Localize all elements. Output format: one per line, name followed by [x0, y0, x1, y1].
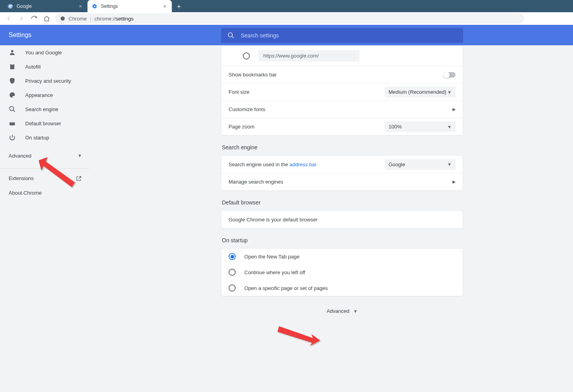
shield-icon — [9, 77, 16, 84]
manage-search-engines-row[interactable]: Manage search engines ▶ — [221, 173, 463, 190]
svg-rect-4 — [10, 64, 15, 69]
startup-option-label: Open the New Tab page — [244, 254, 300, 260]
bookmarks-bar-label: Show bookmarks bar — [229, 72, 277, 78]
reload-button[interactable] — [28, 13, 39, 24]
page-title: Settings — [9, 32, 32, 39]
back-button[interactable] — [3, 13, 14, 24]
sidebar-item-search-engine[interactable]: Search engine — [0, 102, 89, 116]
sidebar-item-label: On startup — [25, 135, 49, 141]
chevron-down-icon: ▼ — [447, 162, 452, 167]
forward-button[interactable] — [16, 13, 27, 24]
homepage-radio-row[interactable]: https://www.google.com/ — [221, 46, 463, 66]
power-icon — [9, 134, 16, 141]
startup-option-new-tab[interactable]: Open the New Tab page — [221, 249, 463, 264]
sidebar-item-on-startup[interactable]: On startup — [0, 130, 89, 145]
search-engine-select[interactable]: Google ▼ — [385, 159, 456, 170]
font-size-row: Font size Medium (Recommended) ▼ — [221, 83, 463, 100]
sidebar-item-label: Default browser — [25, 121, 61, 126]
advanced-expand-button[interactable]: Advanced ▼ — [221, 308, 463, 314]
site-info-icon — [60, 16, 65, 21]
startup-option-label: Open a specific page or set of pages — [244, 285, 328, 291]
sidebar-advanced-toggle[interactable]: Advanced ▼ — [0, 149, 89, 163]
svg-rect-8 — [9, 121, 15, 123]
tab-title: Settings — [101, 4, 162, 9]
sidebar-item-label: Autofill — [25, 64, 41, 70]
sidebar-advanced-label: Advanced — [9, 153, 32, 159]
page-zoom-row: Page zoom 100% ▼ — [221, 118, 463, 135]
sidebar-about-chrome[interactable]: About Chrome — [0, 186, 89, 200]
sidebar-item-label: Appearance — [25, 92, 53, 98]
customize-fonts-label: Customize fonts — [229, 106, 265, 112]
search-engine-card: Search engine used in the address bar Go… — [221, 155, 463, 191]
radio-icon[interactable] — [229, 284, 236, 292]
svg-rect-5 — [11, 64, 13, 65]
radio-icon[interactable] — [229, 253, 236, 260]
startup-option-specific-pages[interactable]: Open a specific page or set of pages — [221, 280, 463, 296]
on-startup-card: Open the New Tab page Continue where you… — [221, 248, 463, 296]
tab-title: Google — [17, 4, 77, 9]
search-engine-label: Search engine used in the address bar — [229, 162, 316, 167]
radio-icon[interactable] — [243, 52, 250, 59]
sidebar-item-label: You and Google — [25, 50, 62, 56]
settings-content: https://www.google.com/ Show bookmarks b… — [221, 45, 463, 314]
external-link-icon — [76, 175, 82, 182]
font-size-select[interactable]: Medium (Recommended) ▼ — [385, 87, 456, 97]
address-bar-link[interactable]: address bar — [290, 162, 317, 167]
tab-google[interactable]: Google × — [3, 0, 87, 12]
startup-option-label: Continue where you left off — [244, 269, 305, 275]
sidebar-item-label: Search engine — [25, 106, 58, 112]
svg-point-6 — [9, 106, 14, 111]
sidebar-extensions-link[interactable]: Extensions — [0, 168, 89, 186]
bookmarks-bar-row: Show bookmarks bar — [221, 66, 463, 83]
default-browser-message: Google Chrome is your default browser — [229, 217, 318, 223]
default-browser-row: Google Chrome is your default browser — [221, 211, 463, 228]
default-browser-title: Default browser — [222, 199, 463, 206]
bookmarks-bar-toggle[interactable] — [444, 72, 456, 78]
sidebar-extensions-label: Extensions — [9, 175, 34, 181]
manage-search-engines-label: Manage search engines — [229, 179, 283, 185]
close-icon[interactable]: × — [77, 3, 84, 9]
tab-strip: Google × Settings × + — [0, 0, 573, 12]
customize-fonts-row[interactable]: Customize fonts ▶ — [221, 100, 463, 118]
homepage-url-input[interactable]: https://www.google.com/ — [259, 50, 359, 61]
radio-icon[interactable] — [229, 269, 236, 276]
browser-toolbar: Chrome | chrome://settings — [0, 12, 573, 25]
search-engine-row: Search engine used in the address bar Go… — [221, 156, 463, 173]
page-zoom-select[interactable]: 100% ▼ — [385, 121, 456, 132]
url-context: Chrome — [69, 16, 87, 22]
settings-sidebar: You and Google Autofill Privacy and secu… — [0, 45, 89, 200]
tab-settings[interactable]: Settings × — [87, 0, 172, 12]
search-icon — [227, 32, 234, 39]
sidebar-item-you-and-google[interactable]: You and Google — [0, 45, 89, 59]
svg-point-3 — [11, 50, 13, 52]
appearance-card: https://www.google.com/ Show bookmarks b… — [221, 45, 463, 136]
sidebar-item-autofill[interactable]: Autofill — [0, 59, 89, 74]
default-browser-card: Google Chrome is your default browser — [221, 210, 463, 229]
address-bar[interactable]: Chrome | chrome://settings — [55, 13, 524, 24]
new-tab-button[interactable]: + — [173, 1, 184, 12]
close-icon[interactable]: × — [162, 3, 168, 9]
sidebar-item-default-browser[interactable]: Default browser — [0, 116, 89, 130]
sidebar-item-privacy[interactable]: Privacy and security — [0, 74, 89, 88]
chevron-right-icon: ▶ — [452, 179, 456, 184]
svg-point-1 — [61, 17, 65, 21]
search-icon — [9, 106, 16, 113]
svg-point-2 — [228, 33, 233, 37]
sidebar-item-appearance[interactable]: Appearance — [0, 88, 89, 102]
chevron-down-icon: ▼ — [447, 90, 452, 95]
chevron-down-icon: ▼ — [447, 124, 452, 129]
sidebar-item-label: Privacy and security — [25, 78, 71, 84]
google-favicon — [7, 3, 13, 9]
chevron-down-icon: ▼ — [78, 153, 82, 158]
person-icon — [9, 49, 16, 56]
search-settings-input[interactable]: Search settings — [221, 28, 463, 43]
startup-option-continue[interactable]: Continue where you left off — [221, 264, 463, 280]
font-size-label: Font size — [229, 89, 249, 95]
search-placeholder: Search settings — [241, 32, 279, 39]
clipboard-icon — [9, 63, 16, 70]
home-button[interactable] — [41, 13, 52, 24]
advanced-footer-label: Advanced — [327, 308, 350, 314]
browser-icon — [9, 120, 16, 127]
page-zoom-label: Page zoom — [229, 124, 255, 130]
on-startup-title: On startup — [222, 237, 463, 243]
